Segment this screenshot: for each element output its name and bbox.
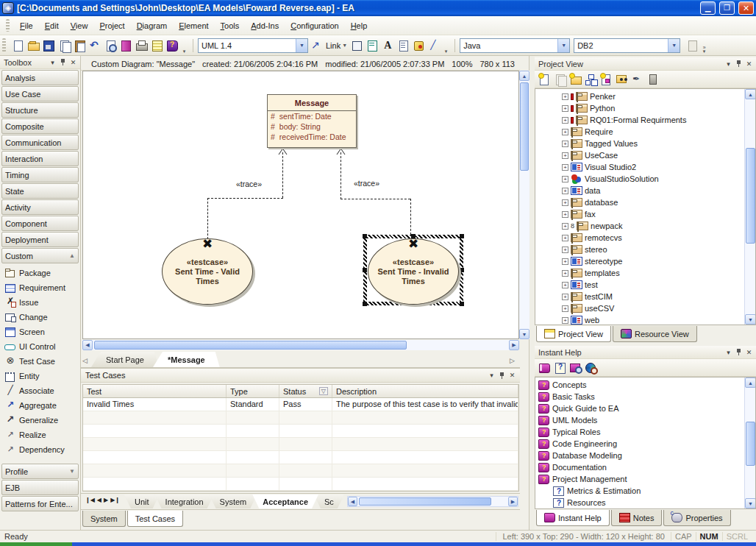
testcase-valid-times[interactable]: ✖ «testcase» Sent Time - Valid Times xyxy=(162,238,253,305)
toolbox-category[interactable]: Communication xyxy=(1,135,79,150)
scroll-right-icon[interactable]: ▶ xyxy=(509,340,519,350)
trace-connector[interactable] xyxy=(340,152,341,199)
help-topic[interactable]: Metrics & Estimation xyxy=(535,485,743,497)
save-icon[interactable] xyxy=(42,39,56,52)
find-icon[interactable] xyxy=(615,73,629,86)
model-hierarchy-icon[interactable] xyxy=(584,73,598,86)
instant-help-list[interactable]: Concepts Basic Tasks Quick Guide to EA xyxy=(535,377,756,509)
vertical-splitter[interactable] xyxy=(529,56,535,530)
expand-icon[interactable] xyxy=(562,270,568,277)
tree-item[interactable]: database xyxy=(535,196,743,208)
expand-icon[interactable] xyxy=(562,164,568,171)
chevron-down-icon[interactable]: ▼ xyxy=(668,39,680,52)
toolbox-category-custom[interactable]: Custom ▲ xyxy=(1,248,79,263)
link-dropdown[interactable]: Link ▼ xyxy=(324,41,349,50)
toolbox-item[interactable]: Realize xyxy=(4,428,80,442)
tree-item[interactable]: newpack xyxy=(535,220,743,232)
tab-scroll-left-icon[interactable]: ◁ xyxy=(82,357,91,367)
trace-connector[interactable] xyxy=(207,198,283,199)
toolbox-item[interactable]: Test Case xyxy=(4,354,80,369)
menu-item[interactable]: Diagram xyxy=(131,19,174,32)
menu-item[interactable]: File xyxy=(14,19,39,32)
toolbox-category-patterns[interactable]: Patterns for Ente... xyxy=(1,496,79,511)
trace-connector[interactable] xyxy=(410,199,411,235)
new-diagram-icon[interactable] xyxy=(599,73,613,86)
scroll-down-icon[interactable]: ▼ xyxy=(519,329,529,339)
tree-item[interactable]: testCIM xyxy=(535,291,743,302)
toolbox-item[interactable]: Aggregate xyxy=(4,398,80,413)
notes-icon[interactable] xyxy=(150,39,164,52)
help-topic[interactable]: Code Engineering xyxy=(535,438,743,450)
document-tab[interactable]: *Message xyxy=(153,352,220,367)
help-topic[interactable]: Project Management xyxy=(535,473,743,485)
restore-button[interactable]: ❐ xyxy=(719,1,735,15)
toolbox-item[interactable]: Change xyxy=(4,310,80,325)
help-vscrollbar[interactable]: ▲ ▼ xyxy=(744,377,755,508)
prev-record-icon[interactable]: ◀ xyxy=(97,497,101,503)
tree-item[interactable]: Require xyxy=(535,126,743,138)
testcase-invalid-times[interactable]: ✖ «testcase» Sent Time - Invalid Times xyxy=(368,238,459,305)
print-icon[interactable] xyxy=(135,39,149,52)
column-header-description[interactable]: Description xyxy=(332,385,518,397)
web-help-icon[interactable] xyxy=(584,361,598,375)
toolbox-item[interactable]: Entity xyxy=(4,369,80,383)
pin-icon[interactable] xyxy=(734,347,743,357)
tab-scroll-right-icon[interactable]: ▷ xyxy=(510,357,518,367)
menu-item[interactable]: View xyxy=(65,19,94,32)
quicklink-icon[interactable] xyxy=(309,39,323,52)
trace-connector[interactable] xyxy=(207,198,208,239)
help-topic[interactable]: Typical Roles xyxy=(535,426,743,438)
close-icon[interactable]: ✕ xyxy=(507,371,517,380)
toolbox-category[interactable]: Analysis xyxy=(1,70,79,85)
first-record-icon[interactable]: ❙◀ xyxy=(85,497,95,503)
helpbox-icon[interactable] xyxy=(553,361,567,375)
copy-icon[interactable] xyxy=(57,39,71,52)
expand-icon[interactable] xyxy=(562,152,568,159)
menu-item[interactable]: Add-Ins xyxy=(245,19,285,32)
help-icon[interactable] xyxy=(165,39,179,52)
canvas-vscrollbar[interactable]: ▲ ▼ xyxy=(519,71,529,339)
toolbox-item[interactable]: Associate xyxy=(4,383,80,398)
tree-item[interactable]: Penker xyxy=(535,91,743,102)
expand-icon[interactable] xyxy=(562,129,568,135)
expand-icon[interactable] xyxy=(562,235,568,241)
chevron-down-icon[interactable]: ▾ xyxy=(724,59,733,68)
toolbox-item[interactable]: Issue xyxy=(4,295,80,310)
tree-vscrollbar[interactable]: ▲ ▼ xyxy=(744,89,755,325)
bottom-panel-tab[interactable]: Test Cases xyxy=(127,511,183,527)
scroll-thumb[interactable] xyxy=(746,422,755,466)
column-header-type[interactable]: Type xyxy=(227,385,279,397)
line-icon[interactable] xyxy=(427,39,441,52)
toolbox-item[interactable]: Screen xyxy=(4,325,80,339)
expand-icon[interactable] xyxy=(562,199,568,206)
last-record-icon[interactable]: ▶❙ xyxy=(110,497,120,503)
pen-icon[interactable] xyxy=(630,73,644,86)
expand-icon[interactable] xyxy=(562,93,568,100)
toolbox-category[interactable]: Component xyxy=(1,216,79,231)
test-category-tab[interactable]: System xyxy=(210,494,257,508)
tree-item[interactable]: remotecvs xyxy=(535,232,743,244)
project-tree[interactable]: Penker Python RQ01:Formal Requirment xyxy=(535,88,756,325)
tree-item[interactable]: data xyxy=(535,185,743,196)
print-preview-icon[interactable] xyxy=(104,39,118,52)
tree-item[interactable]: stereotype xyxy=(535,255,743,267)
toolbar-overflow-icon[interactable]: ▾ xyxy=(180,38,188,53)
minimize-button[interactable]: ▁ xyxy=(700,1,716,15)
test-category-tab[interactable]: Sc xyxy=(314,494,344,508)
document-tab[interactable]: Start Page xyxy=(91,352,159,367)
dock-tab[interactable]: Instant Help xyxy=(536,510,610,526)
help-topic[interactable]: Quick Guide to EA xyxy=(535,403,743,414)
help-topic[interactable]: Resources xyxy=(535,497,743,508)
trace-connector[interactable] xyxy=(282,152,283,198)
toolbox-category-profile[interactable]: Profile ▼ xyxy=(1,464,79,479)
expand-icon[interactable] xyxy=(562,282,568,288)
expand-icon[interactable] xyxy=(562,247,568,253)
expand-icon[interactable] xyxy=(562,105,568,112)
text-icon[interactable] xyxy=(381,39,395,52)
scroll-up-icon[interactable]: ▲ xyxy=(519,71,529,81)
category-tabs-scrollbar[interactable]: ◀ ▶ xyxy=(347,496,518,507)
column-header-test[interactable]: Test xyxy=(83,385,227,397)
note-icon[interactable] xyxy=(365,39,379,52)
scroll-left-icon[interactable]: ◀ xyxy=(348,497,357,506)
tree-item[interactable]: templates xyxy=(535,267,743,279)
